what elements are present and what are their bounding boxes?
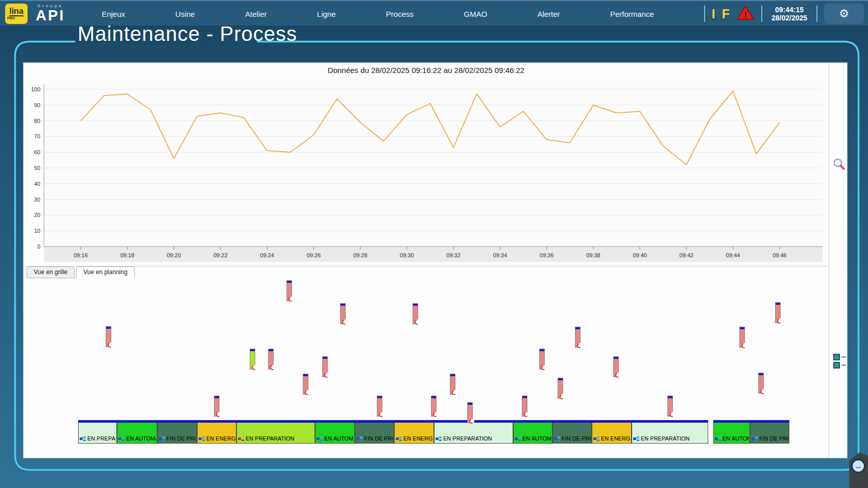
svg-text:09:38: 09:38	[586, 252, 600, 258]
planning-bar[interactable]	[268, 349, 274, 370]
timeline-segment-fin-de-production[interactable]: FIN DE PRODUCTION	[355, 420, 394, 444]
content-panel: Données du 28/02/2025 09:16:22 au 28/02/…	[23, 62, 848, 458]
view-tabs: Vue en grilleVue en planning	[27, 266, 136, 278]
nav-item-alerter[interactable]: Alerter	[537, 10, 560, 18]
nav-separator	[704, 6, 705, 22]
wrench-icon	[323, 372, 330, 378]
slide-panel-handle[interactable]: ↔	[849, 452, 868, 488]
nav-item-ligne[interactable]: Ligne	[317, 10, 336, 18]
planning-bar[interactable]	[539, 349, 545, 370]
bar-cap	[614, 357, 618, 359]
linapro-logo-sub: PRO	[7, 16, 15, 20]
timeline-segment-fin-de-production[interactable]: FIN DE PRODUCTION	[552, 420, 592, 444]
svg-text:30: 30	[34, 197, 40, 203]
wrench-icon	[451, 389, 457, 396]
planning-bar[interactable]	[431, 396, 437, 417]
clock-date: 28/02/2025	[769, 14, 810, 22]
machine-icon	[436, 436, 443, 442]
timeline-segment-en-automatique[interactable]: EN AUTOMATIQUE	[315, 420, 355, 444]
indicator-f[interactable]: F	[722, 8, 730, 20]
timeline-segment-en-energie[interactable]: EN ENERGIE	[197, 420, 236, 444]
linapro-logo[interactable]: lina PRO	[5, 4, 28, 24]
svg-text:0: 0	[37, 243, 40, 250]
wrench-icon	[304, 389, 310, 396]
nav-separator	[816, 6, 817, 22]
segment-label: EN ENERGIE	[403, 435, 433, 442]
svg-text:09:42: 09:42	[680, 252, 694, 258]
planning-bar[interactable]	[214, 396, 220, 417]
machine-icon	[515, 436, 522, 442]
segment-label: FIN DE PRODUCTION	[759, 435, 788, 442]
planning-bar[interactable]	[575, 327, 581, 348]
timeline-segment-en-preparation[interactable]: EN PREPARATION	[236, 420, 315, 444]
svg-text:80: 80	[34, 118, 40, 124]
settings-button[interactable]: ⚙	[824, 4, 864, 24]
timeline-segment-en-automatique[interactable]: EN AUTOMATIQUE	[513, 420, 552, 444]
timeline-segment-fin-de-production[interactable]: FIN DE PRODUCTION	[157, 420, 197, 444]
bar-cap	[776, 303, 780, 305]
machine-icon	[80, 436, 87, 442]
timeline-segment-en-preparation[interactable]: EN PREPARATION	[78, 420, 117, 444]
planning-bar[interactable]	[467, 402, 473, 423]
segment-label: FIN DE PRODUCTION	[364, 435, 393, 442]
nav-item-gmao[interactable]: GMAO	[464, 10, 487, 18]
wrench-icon	[668, 411, 675, 418]
planning-bar[interactable]	[340, 303, 346, 324]
machine-icon	[752, 436, 759, 442]
planning-bar[interactable]	[450, 374, 455, 395]
planning-bar[interactable]	[667, 396, 673, 417]
planning-bar[interactable]	[413, 303, 418, 324]
tab-vue-en-planning[interactable]: Vue en planning	[76, 266, 134, 278]
planning-bar[interactable]	[613, 356, 619, 377]
clock-time: 09:44:15	[769, 6, 810, 14]
segment-label: EN AUTOMATIQUE	[324, 435, 354, 442]
svg-text:90: 90	[34, 102, 40, 108]
timeline-segment-en-automatique[interactable]: EN AUTOMATIQUE	[117, 420, 157, 444]
svg-text:60: 60	[34, 149, 40, 155]
nav-item-performance[interactable]: Performance	[610, 10, 654, 18]
zoom-icon[interactable]	[833, 158, 846, 173]
timeline-segment-en-energie[interactable]: EN ENERGIE	[592, 420, 632, 444]
timeline-segment-en-energie[interactable]: EN ENERGIE	[394, 420, 434, 444]
timeline-segment-en-preparation[interactable]: EN PREPARATION	[434, 420, 513, 444]
wrench-icon	[740, 342, 747, 349]
segment-label: EN ENERGIE	[601, 435, 631, 442]
nav-item-process[interactable]: Process	[386, 10, 414, 18]
timeline-segment-en-preparation[interactable]: EN PREPARATION	[632, 420, 708, 444]
timeline-segment-fin-de-production[interactable]: FIN DE PRODUCTION	[750, 420, 789, 444]
segment-label: FIN DE PRODUCTION	[166, 435, 196, 442]
planning-bar[interactable]	[775, 302, 781, 323]
top-navbar: lina PRO Groupe API EnjeuxUsineAtelierLi…	[0, 0, 868, 26]
wrench-icon	[759, 388, 766, 395]
nav-item-enjeux[interactable]: Enjeux	[102, 10, 125, 18]
nav-item-usine[interactable]: Usine	[175, 10, 195, 18]
planning-bar[interactable]	[286, 280, 292, 301]
planning-options-icon[interactable]	[833, 354, 846, 370]
bar-cap	[540, 349, 544, 351]
planning-bar[interactable]	[106, 326, 111, 347]
svg-text:09:46: 09:46	[773, 252, 787, 258]
clock: 09:44:15 28/02/2025	[769, 6, 810, 22]
planning-bar[interactable]	[739, 327, 745, 348]
alarm-warning-icon[interactable]: !	[736, 5, 755, 23]
wrench-icon	[576, 342, 583, 349]
planning-bar[interactable]	[322, 356, 328, 377]
planning-bar[interactable]	[303, 374, 308, 395]
tab-vue-en-grille[interactable]: Vue en grille	[27, 266, 75, 278]
planning-bar[interactable]	[758, 373, 764, 394]
planning-bar[interactable]	[558, 378, 563, 399]
bar-cap	[377, 396, 382, 398]
planning-bar[interactable]	[250, 349, 255, 370]
nav-item-atelier[interactable]: Atelier	[245, 10, 267, 18]
bar-cap	[106, 327, 111, 329]
svg-text:09:20: 09:20	[167, 252, 181, 258]
planning-bar[interactable]	[377, 396, 382, 417]
indicator-i[interactable]: I	[712, 8, 715, 20]
svg-text:70: 70	[34, 133, 40, 139]
planning-bar[interactable]	[522, 396, 527, 417]
groupe-api-logo[interactable]: Groupe API	[36, 4, 65, 22]
svg-text:09:34: 09:34	[493, 252, 508, 258]
bar-cap	[468, 403, 472, 405]
timeline-segment-en-automatique[interactable]: EN AUTOMATIQUE	[713, 420, 750, 444]
svg-text:10: 10	[34, 228, 40, 234]
